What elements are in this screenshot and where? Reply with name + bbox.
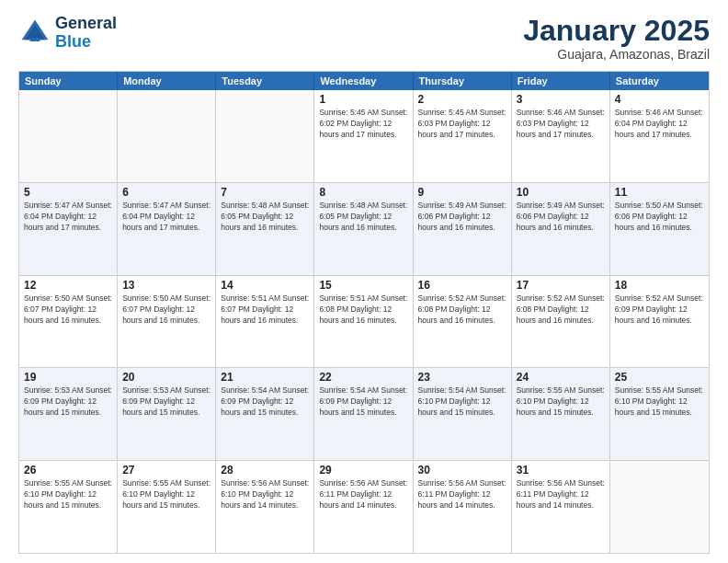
cell-day-number: 11 [615, 186, 704, 199]
calendar-cell: 30Sunrise: 5:56 AM Sunset: 6:11 PM Dayli… [414, 461, 512, 553]
cell-day-number: 1 [319, 93, 407, 106]
logo: General Blue [18, 15, 117, 52]
cell-info: Sunrise: 5:45 AM Sunset: 6:02 PM Dayligh… [319, 108, 407, 141]
cell-info: Sunrise: 5:50 AM Sunset: 6:07 PM Dayligh… [24, 293, 112, 327]
calendar-subtitle: Guajara, Amazonas, Brazil [523, 47, 710, 62]
day-header: Saturday [610, 72, 709, 90]
cell-day-number: 14 [221, 279, 309, 292]
calendar-cell: 27Sunrise: 5:55 AM Sunset: 6:10 PM Dayli… [118, 461, 216, 553]
cell-info: Sunrise: 5:55 AM Sunset: 6:10 PM Dayligh… [122, 478, 210, 511]
weeks: 1Sunrise: 5:45 AM Sunset: 6:02 PM Daylig… [19, 90, 709, 553]
week-row: 12Sunrise: 5:50 AM Sunset: 6:07 PM Dayli… [19, 275, 709, 368]
calendar-cell: 18Sunrise: 5:52 AM Sunset: 6:09 PM Dayli… [610, 276, 709, 368]
svg-rect-2 [30, 38, 40, 41]
cell-info: Sunrise: 5:45 AM Sunset: 6:03 PM Dayligh… [418, 108, 506, 141]
cell-day-number: 15 [319, 279, 407, 292]
calendar-cell: 3Sunrise: 5:46 AM Sunset: 6:03 PM Daylig… [512, 90, 610, 182]
day-header: Wednesday [314, 72, 413, 90]
cell-day-number: 17 [517, 279, 605, 292]
cell-day-number: 22 [319, 371, 407, 384]
day-header: Tuesday [216, 72, 314, 90]
calendar-cell: 14Sunrise: 5:51 AM Sunset: 6:07 PM Dayli… [216, 276, 314, 368]
calendar-cell: 25Sunrise: 5:55 AM Sunset: 6:10 PM Dayli… [610, 368, 709, 460]
calendar-cell: 28Sunrise: 5:56 AM Sunset: 6:10 PM Dayli… [216, 461, 314, 553]
cell-day-number: 7 [221, 186, 309, 199]
calendar-cell: 4Sunrise: 5:46 AM Sunset: 6:04 PM Daylig… [610, 90, 709, 182]
calendar-cell: 2Sunrise: 5:45 AM Sunset: 6:03 PM Daylig… [414, 90, 512, 182]
cell-day-number: 6 [122, 186, 210, 199]
cell-info: Sunrise: 5:53 AM Sunset: 6:09 PM Dayligh… [24, 385, 112, 419]
cell-day-number: 25 [615, 371, 704, 384]
cell-info: Sunrise: 5:52 AM Sunset: 6:08 PM Dayligh… [418, 293, 506, 327]
calendar-cell: 23Sunrise: 5:54 AM Sunset: 6:10 PM Dayli… [414, 368, 512, 460]
cell-info: Sunrise: 5:54 AM Sunset: 6:10 PM Dayligh… [418, 385, 506, 419]
calendar-cell: 26Sunrise: 5:55 AM Sunset: 6:10 PM Dayli… [19, 461, 118, 553]
cell-info: Sunrise: 5:56 AM Sunset: 6:11 PM Dayligh… [517, 478, 605, 511]
calendar-cell: 21Sunrise: 5:54 AM Sunset: 6:09 PM Dayli… [216, 368, 314, 460]
calendar: SundayMondayTuesdayWednesdayThursdayFrid… [18, 71, 710, 554]
cell-day-number: 20 [122, 371, 210, 384]
cell-info: Sunrise: 5:46 AM Sunset: 6:03 PM Dayligh… [517, 108, 605, 141]
day-header: Thursday [414, 72, 512, 90]
day-header: Friday [512, 72, 610, 90]
cell-day-number: 21 [221, 371, 309, 384]
cell-info: Sunrise: 5:49 AM Sunset: 6:06 PM Dayligh… [517, 201, 605, 234]
cell-day-number: 5 [24, 186, 112, 199]
cell-day-number: 30 [418, 464, 506, 477]
week-row: 26Sunrise: 5:55 AM Sunset: 6:10 PM Dayli… [19, 460, 709, 553]
cell-day-number: 2 [418, 93, 506, 106]
cell-day-number: 4 [615, 93, 704, 106]
cell-day-number: 18 [615, 279, 704, 292]
header: General Blue January 2025 Guajara, Amazo… [18, 15, 710, 62]
cell-info: Sunrise: 5:47 AM Sunset: 6:04 PM Dayligh… [122, 201, 210, 234]
cell-day-number: 13 [122, 279, 210, 292]
cell-day-number: 26 [24, 464, 112, 477]
cell-info: Sunrise: 5:49 AM Sunset: 6:06 PM Dayligh… [418, 201, 506, 234]
cell-info: Sunrise: 5:50 AM Sunset: 6:07 PM Dayligh… [122, 293, 210, 327]
calendar-cell [19, 90, 118, 182]
title-block: January 2025 Guajara, Amazonas, Brazil [523, 15, 710, 62]
cell-info: Sunrise: 5:56 AM Sunset: 6:11 PM Dayligh… [418, 478, 506, 511]
week-row: 1Sunrise: 5:45 AM Sunset: 6:02 PM Daylig… [19, 90, 709, 182]
calendar-cell: 15Sunrise: 5:51 AM Sunset: 6:08 PM Dayli… [314, 276, 413, 368]
cell-info: Sunrise: 5:55 AM Sunset: 6:10 PM Dayligh… [24, 478, 112, 511]
calendar-cell [610, 461, 709, 553]
calendar-cell: 5Sunrise: 5:47 AM Sunset: 6:04 PM Daylig… [19, 183, 118, 275]
cell-info: Sunrise: 5:51 AM Sunset: 6:08 PM Dayligh… [319, 293, 407, 327]
calendar-cell: 20Sunrise: 5:53 AM Sunset: 6:09 PM Dayli… [118, 368, 216, 460]
cell-day-number: 29 [319, 464, 407, 477]
calendar-cell: 10Sunrise: 5:49 AM Sunset: 6:06 PM Dayli… [512, 183, 610, 275]
cell-info: Sunrise: 5:46 AM Sunset: 6:04 PM Dayligh… [615, 108, 704, 141]
cell-day-number: 27 [122, 464, 210, 477]
cell-day-number: 23 [418, 371, 506, 384]
cell-day-number: 19 [24, 371, 112, 384]
day-headers: SundayMondayTuesdayWednesdayThursdayFrid… [19, 72, 709, 90]
calendar-cell: 16Sunrise: 5:52 AM Sunset: 6:08 PM Dayli… [414, 276, 512, 368]
calendar-cell: 6Sunrise: 5:47 AM Sunset: 6:04 PM Daylig… [118, 183, 216, 275]
day-header: Sunday [19, 72, 118, 90]
calendar-cell: 8Sunrise: 5:48 AM Sunset: 6:05 PM Daylig… [314, 183, 413, 275]
cell-info: Sunrise: 5:56 AM Sunset: 6:10 PM Dayligh… [221, 478, 309, 511]
cell-day-number: 8 [319, 186, 407, 199]
cell-day-number: 3 [517, 93, 605, 106]
calendar-title: January 2025 [523, 15, 710, 47]
cell-info: Sunrise: 5:48 AM Sunset: 6:05 PM Dayligh… [221, 201, 309, 234]
cell-info: Sunrise: 5:50 AM Sunset: 6:06 PM Dayligh… [615, 201, 704, 234]
calendar-cell: 9Sunrise: 5:49 AM Sunset: 6:06 PM Daylig… [414, 183, 512, 275]
cell-info: Sunrise: 5:56 AM Sunset: 6:11 PM Dayligh… [319, 478, 407, 511]
cell-info: Sunrise: 5:51 AM Sunset: 6:07 PM Dayligh… [221, 293, 309, 327]
logo-icon [18, 17, 51, 50]
calendar-cell: 29Sunrise: 5:56 AM Sunset: 6:11 PM Dayli… [314, 461, 413, 553]
page: General Blue January 2025 Guajara, Amazo… [0, 0, 728, 563]
calendar-cell [118, 90, 216, 182]
logo-text: General Blue [55, 15, 117, 52]
calendar-cell: 19Sunrise: 5:53 AM Sunset: 6:09 PM Dayli… [19, 368, 118, 460]
cell-info: Sunrise: 5:55 AM Sunset: 6:10 PM Dayligh… [615, 385, 704, 419]
cell-info: Sunrise: 5:47 AM Sunset: 6:04 PM Dayligh… [24, 201, 112, 234]
calendar-cell: 22Sunrise: 5:54 AM Sunset: 6:09 PM Dayli… [314, 368, 413, 460]
cell-day-number: 28 [221, 464, 309, 477]
cell-day-number: 16 [418, 279, 506, 292]
cell-info: Sunrise: 5:54 AM Sunset: 6:09 PM Dayligh… [221, 385, 309, 419]
cell-day-number: 24 [517, 371, 605, 384]
calendar-cell: 7Sunrise: 5:48 AM Sunset: 6:05 PM Daylig… [216, 183, 314, 275]
